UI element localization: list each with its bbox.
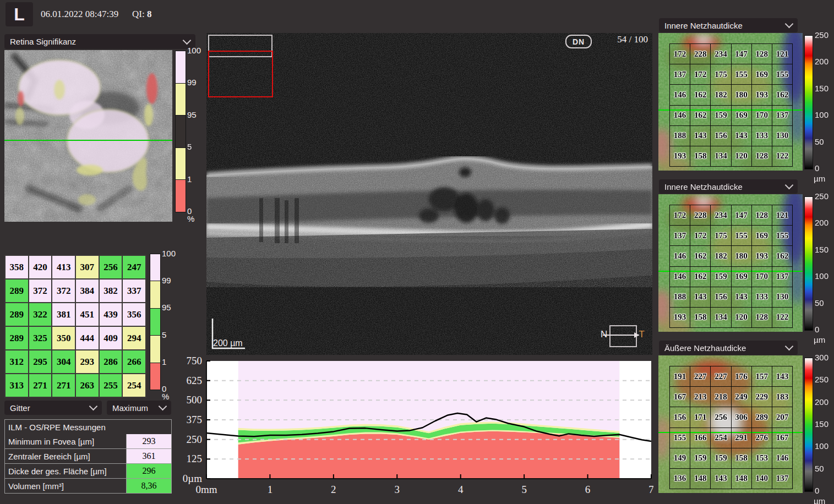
thickness-value-cell: 306 [731,407,752,428]
scale-tick-label: 0 [815,325,819,334]
svg-text:250: 250 [187,434,203,445]
thickness-map-title: Innere Netzhautdicke [664,182,786,191]
thickness-value-cell: 159 [690,448,711,469]
significance-grid-cell: 439 [100,303,122,326]
significance-grid-cell: 384 [76,280,99,302]
thickness-value-cell: 193 [669,307,690,328]
thickness-value-cell: 155 [731,225,752,246]
thickness-value-cell: 182 [710,245,731,266]
thickness-heatmap[interactable]: 1722282341471281211371721751551691551461… [658,33,803,171]
thickness-value-cell: 140 [751,468,772,489]
thickness-map-title: Äußere Netzhautdicke [664,343,786,353]
grid-type-label: Gitter [10,403,90,413]
thickness-value-cell: 146 [669,105,690,126]
svg-text:6: 6 [585,484,591,495]
svg-text:125: 125 [187,453,203,464]
thickness-value-cell: 159 [710,266,731,287]
thickness-value-cell: 121 [772,43,793,64]
scale-segment [176,116,186,148]
thickness-value-cell: 159 [710,105,731,126]
significance-grid-cell: 313 [6,374,28,397]
thickness-value-cell: 137 [772,105,793,126]
statistic-dropdown[interactable]: Maximum [107,401,171,415]
significance-grid-cell: 337 [123,280,145,302]
significance-grid-cell: 409 [100,327,122,349]
map-type-dropdown[interactable]: Retina Signifikanz [4,34,195,49]
significance-grid-cell: 256 [100,256,122,278]
thickness-value-cell: 158 [690,146,711,167]
thickness-value-cell: 228 [690,43,711,64]
scale-tick-label: 100 [162,249,176,258]
thickness-value-grid: 1912272271761571431672132182492291831561… [669,366,792,489]
svg-text:2: 2 [331,484,336,495]
thickness-value-cell: 180 [731,245,752,266]
scale-tick-label: 100 [815,441,828,451]
svg-text:5: 5 [521,484,527,495]
thickness-value-cell: 249 [731,386,752,407]
significance-grid-cell: 381 [52,303,75,326]
thickness-value-cell: 169 [751,225,772,246]
fundus-significance-map[interactable] [4,50,172,222]
significance-grid-cell: 254 [123,374,145,397]
scale-unit-label: % [162,392,169,401]
thickness-value-cell: 276 [751,428,772,448]
measurement-label: Zentraler Bereich [µm] [5,449,127,463]
significance-grid-cell: 451 [76,303,99,326]
thickness-map-dropdown[interactable]: Äußere Netzhautdicke [659,341,798,355]
map-type-label: Retina Signifikanz [10,37,184,46]
measurement-row: Dicke der ges. Fläche [µm]296 [5,463,171,478]
significance-grid-cell: 293 [76,350,99,373]
thickness-value-cell: 143 [731,125,752,146]
scale-segment [150,309,160,336]
significance-scale [175,51,186,212]
thickness-value-cell: 162 [772,84,793,105]
thickness-value-cell: 162 [690,105,711,126]
significance-grid-cell: 307 [76,256,99,278]
thickness-value-cell: 193 [669,146,690,167]
thickness-value-cell: 143 [772,366,793,387]
orientation-indicator: N T [609,325,637,347]
thickness-value-cell: 137 [669,225,690,246]
thickness-value-cell: 128 [751,146,772,167]
frame-counter: 54 / 100 [617,34,648,45]
scale-tick-label: 0 [815,486,819,495]
svg-text:1: 1 [268,484,273,495]
significance-grid-cell: 350 [52,327,75,349]
thickness-map-dropdown[interactable]: Innere Netzhautdicke [659,179,798,194]
scale-tick-label: 5 [187,142,192,151]
scale-tick-label: 200 [815,57,828,66]
scale-bar-label: 200 µm [213,338,243,348]
thickness-value-cell: 146 [669,245,690,266]
significance-grid-cell: 356 [123,303,145,326]
oct-bscan-image[interactable]: DN 54 / 100 200 µm N T [206,33,652,355]
scale-segment [176,180,186,212]
thickness-map-dropdown[interactable]: Innere Netzhautdicke [659,18,798,32]
grid-type-dropdown[interactable]: Gitter [4,401,102,415]
dn-label: DN [565,35,592,48]
thickness-heatmap[interactable]: 1912272271761571431672132182492291831561… [658,355,803,493]
svg-text:7: 7 [648,484,653,495]
thickness-value-cell: 153 [751,448,772,469]
thickness-value-cell: 234 [710,205,731,226]
thickness-value-cell: 218 [710,386,731,407]
thickness-value-cell: 176 [731,366,752,387]
selected-region-rect[interactable] [208,51,273,97]
thickness-value-cell: 193 [751,84,772,105]
svg-text:500: 500 [187,394,203,406]
scale-segment [176,51,186,84]
measurement-value: 361 [127,449,171,463]
thickness-value-cell: 166 [690,428,711,448]
measurements-table-header: ILM - OS/RPE Messungen [5,420,171,434]
scale-tick-label: 200 [815,397,828,406]
scale-segment [150,281,160,308]
thickness-value-cell: 207 [772,407,793,428]
significance-grid-cell: 444 [76,327,99,349]
scale-unit-label: µm [814,174,825,183]
scale-tick-label: 99 [187,78,197,87]
svg-text:0mm: 0mm [195,484,217,495]
exam-datetime: 06.01.2022 08:47:39 [41,9,118,20]
thickness-heatmap[interactable]: 1722282341471281211371721751551691551461… [658,194,803,332]
thickness-value-cell: 172 [690,225,711,246]
thickness-value-cell: 172 [669,43,690,64]
thickness-value-cell: 137 [772,266,793,287]
